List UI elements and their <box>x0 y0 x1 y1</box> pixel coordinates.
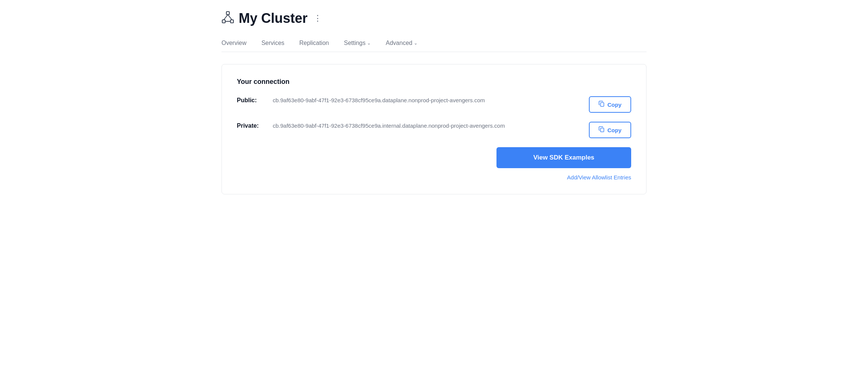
connection-card: Your connection Public: cb.9af63e80-9abf… <box>221 64 647 194</box>
public-connection-row: Public: cb.9af63e80-9abf-47f1-92e3-6738c… <box>237 96 631 113</box>
nav-tabs: Overview Services Replication Settings ⌄… <box>221 35 647 52</box>
tab-services[interactable]: Services <box>254 35 292 52</box>
tab-settings[interactable]: Settings ⌄ <box>336 35 378 52</box>
tab-overview[interactable]: Overview <box>221 35 254 52</box>
copy-private-label: Copy <box>608 127 622 133</box>
svg-rect-1 <box>222 20 225 23</box>
private-label: Private: <box>237 122 267 129</box>
svg-rect-6 <box>600 103 604 106</box>
allowlist-link[interactable]: Add/View Allowlist Entries <box>567 174 631 181</box>
svg-rect-2 <box>230 20 233 23</box>
svg-line-3 <box>224 15 228 20</box>
page-header: My Cluster ⋮ <box>221 0 647 26</box>
card-title: Your connection <box>237 78 631 86</box>
svg-line-4 <box>228 15 232 20</box>
view-sdk-examples-button[interactable]: View SDK Examples <box>496 147 631 168</box>
tab-advanced[interactable]: Advanced ⌄ <box>378 35 425 52</box>
copy-private-button[interactable]: Copy <box>589 122 632 138</box>
copy-public-label: Copy <box>608 101 622 108</box>
copy-icon <box>599 126 605 134</box>
copy-icon <box>599 101 605 108</box>
tab-replication[interactable]: Replication <box>292 35 336 52</box>
actions-section: View SDK Examples Add/View Allowlist Ent… <box>237 147 631 181</box>
chevron-down-icon: ⌄ <box>414 40 418 46</box>
copy-public-button[interactable]: Copy <box>589 96 632 113</box>
private-value: cb.9af63e80-9abf-47f1-92e3-6738cf95ce9a.… <box>273 122 583 130</box>
content-area: Your connection Public: cb.9af63e80-9abf… <box>221 64 647 194</box>
more-options-icon[interactable]: ⋮ <box>314 13 322 23</box>
public-value: cb.9af63e80-9abf-47f1-92e3-6738cf95ce9a.… <box>273 96 583 105</box>
svg-rect-7 <box>600 128 604 132</box>
cluster-icon <box>221 11 234 26</box>
private-connection-row: Private: cb.9af63e80-9abf-47f1-92e3-6738… <box>237 122 631 138</box>
chevron-down-icon: ⌄ <box>367 40 371 46</box>
svg-rect-0 <box>226 12 229 15</box>
cluster-title: My Cluster <box>239 10 308 26</box>
public-label: Public: <box>237 96 267 104</box>
